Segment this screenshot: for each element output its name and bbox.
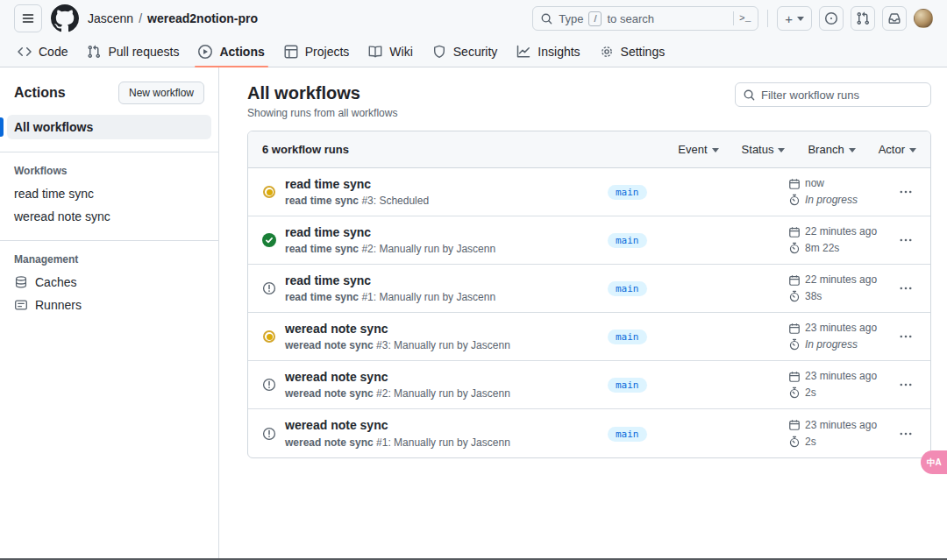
kebab-menu-icon[interactable] [895, 374, 916, 395]
sidebar-item-runners[interactable]: Runners [14, 294, 204, 316]
page-subtitle: Showing runs from all workflows [247, 107, 397, 119]
run-title-link[interactable]: weread note sync [285, 370, 583, 386]
tab-settings[interactable]: Settings [593, 37, 673, 67]
tab-projects[interactable]: Projects [277, 37, 357, 67]
tab-insights[interactable]: Insights [509, 37, 587, 67]
stopwatch-icon [788, 338, 801, 351]
sidebar-item-caches[interactable]: Caches [14, 271, 204, 294]
tab-label: Projects [305, 45, 350, 59]
sidebar-item-all-workflows[interactable]: All workflows [7, 115, 211, 139]
calendar-icon [788, 371, 801, 383]
status-attention-icon [262, 427, 276, 441]
tab-label: Code [39, 45, 68, 59]
filter-dropdown-label: Status [742, 143, 774, 156]
hamburger-menu-button[interactable] [14, 4, 42, 32]
breadcrumb-separator: / [139, 11, 142, 25]
search-placeholder-prefix: Type [559, 12, 583, 25]
run-subtitle: weread note sync #1: Manually run by Jas… [285, 436, 583, 449]
status-in-progress-icon [262, 185, 276, 199]
kebab-menu-icon[interactable] [895, 278, 916, 299]
sidebar-title: Actions [14, 85, 66, 101]
tab-wiki[interactable]: Wiki [361, 37, 419, 67]
translate-extension-button[interactable]: 中A [921, 450, 947, 474]
run-subtitle: read time sync #2: Manually run by Jasce… [285, 243, 583, 255]
kebab-menu-icon[interactable] [895, 326, 916, 347]
workflow-run-row[interactable]: weread note sync weread note sync #3: Ma… [248, 313, 930, 361]
run-subtitle: weread note sync #3: Manually run by Jas… [285, 339, 583, 351]
book-icon [368, 45, 382, 59]
run-subtitle: read time sync #1: Manually run by Jasce… [285, 291, 583, 303]
stopwatch-icon [788, 242, 801, 254]
create-new-button[interactable]: + [777, 6, 812, 31]
calendar-icon [788, 323, 801, 335]
tab-actions[interactable]: Actions [191, 37, 271, 67]
search-divider [733, 11, 734, 25]
sidebar-divider [0, 240, 218, 241]
filter-dropdown-status[interactable]: Status [742, 143, 786, 156]
workflow-run-row[interactable]: read time sync read time sync #2: Manual… [248, 216, 930, 265]
run-title-link[interactable]: read time sync [285, 225, 583, 241]
filter-workflow-runs-input[interactable] [761, 89, 923, 102]
workflow-runs-main: All workflows Showing runs from all work… [219, 67, 947, 560]
tab-label: Settings [621, 45, 666, 59]
chevron-down-icon [909, 148, 916, 156]
workflow-run-row[interactable]: read time sync read time sync #1: Manual… [248, 265, 930, 313]
filter-dropdown-label: Branch [808, 143, 844, 156]
tab-code[interactable]: Code [11, 37, 75, 67]
global-search-input[interactable]: Type / to search >_ [532, 6, 758, 31]
filter-dropdown-event[interactable]: Event [678, 143, 718, 156]
workflow-run-row[interactable]: weread note sync weread note sync #1: Ma… [248, 409, 930, 457]
filter-dropdown-branch[interactable]: Branch [808, 143, 855, 156]
run-time: 23 minutes ago [805, 417, 877, 434]
runs-count-label: 6 workflow runs [262, 143, 349, 156]
branch-badge[interactable]: main [608, 233, 647, 248]
new-workflow-button[interactable]: New workflow [118, 82, 204, 104]
stopwatch-icon [788, 436, 801, 448]
breadcrumb: Jascenn / weread2notion-pro [88, 11, 258, 25]
run-time: 23 minutes ago [805, 320, 877, 337]
stopwatch-icon [788, 290, 801, 302]
run-title-link[interactable]: weread note sync [285, 322, 583, 337]
workflow-run-row[interactable]: weread note sync weread note sync #2: Ma… [248, 361, 930, 409]
git-pull-request-button[interactable] [851, 6, 875, 31]
branch-badge[interactable]: main [608, 281, 647, 296]
code-icon [18, 45, 32, 59]
graph-icon [516, 45, 530, 59]
kebab-menu-icon[interactable] [895, 230, 916, 251]
tab-label: Wiki [389, 45, 412, 59]
filter-workflow-runs-box [735, 82, 931, 107]
run-title-link[interactable]: weread note sync [285, 418, 583, 434]
kebab-menu-icon[interactable] [895, 181, 916, 202]
sidebar-item-workflow[interactable]: read time sync [14, 182, 204, 205]
search-icon [540, 12, 553, 25]
github-logo-icon[interactable] [51, 4, 79, 32]
global-header: Jascenn / weread2notion-pro Type / to se… [0, 0, 947, 37]
run-title-link[interactable]: read time sync [285, 177, 583, 193]
command-palette-icon[interactable]: >_ [739, 13, 751, 24]
user-avatar[interactable] [914, 9, 933, 28]
tab-pull-requests[interactable]: Pull requests [80, 37, 186, 67]
filter-dropdown-actor[interactable]: Actor [879, 143, 916, 156]
kebab-menu-icon[interactable] [895, 423, 916, 444]
run-duration: In progress [805, 192, 858, 209]
run-title-link[interactable]: read time sync [285, 273, 583, 289]
branch-badge[interactable]: main [608, 427, 647, 442]
issue-opened-button[interactable] [819, 6, 844, 31]
run-duration: 2s [805, 385, 816, 401]
tab-label: Security [453, 45, 498, 59]
sidebar-divider [0, 152, 218, 152]
table-icon [284, 45, 298, 59]
filter-dropdown-label: Actor [879, 143, 905, 156]
breadcrumb-owner-link[interactable]: Jascenn [88, 11, 133, 25]
inbox-button[interactable] [882, 6, 907, 31]
chevron-down-icon [712, 148, 719, 156]
branch-badge[interactable]: main [608, 185, 647, 200]
sidebar-item-workflow[interactable]: weread note sync [14, 205, 204, 228]
breadcrumb-repo-link[interactable]: weread2notion-pro [147, 11, 258, 25]
tab-security[interactable]: Security [425, 37, 505, 67]
branch-badge[interactable]: main [608, 330, 647, 344]
branch-badge[interactable]: main [608, 378, 647, 393]
workflow-run-row[interactable]: read time sync read time sync #3: Schedu… [248, 168, 930, 216]
run-time: 22 minutes ago [805, 272, 877, 288]
hamburger-icon [21, 11, 35, 25]
